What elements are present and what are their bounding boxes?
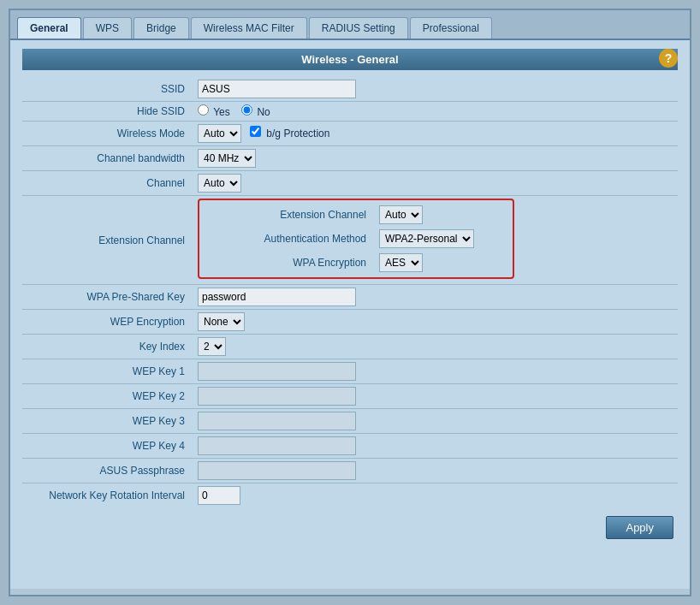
wep-key2-label: WEP Key 2: [22, 384, 193, 409]
wep-encryption-select[interactable]: None: [198, 312, 245, 331]
wep-key2-input[interactable]: [198, 387, 356, 406]
ssid-label: SSID: [22, 77, 193, 102]
hide-ssid-no-radio[interactable]: [241, 104, 252, 116]
network-key-rotation-label: Network Key Rotation Interval: [22, 483, 193, 508]
wireless-mode-select[interactable]: Auto: [198, 124, 241, 143]
extension-channel-row: Extension Channel Extension Channel Auto: [22, 196, 678, 285]
wep-encryption-label: WEP Encryption: [22, 310, 193, 335]
key-index-label: Key Index: [22, 335, 193, 359]
wpa-psk-input[interactable]: [198, 288, 356, 306]
key-index-row: Key Index 2: [22, 335, 678, 359]
hide-ssid-radio-group: Yes No: [198, 106, 279, 118]
wireless-mode-row: Wireless Mode Auto b/g Protection: [22, 122, 678, 146]
tab-general[interactable]: General: [17, 17, 81, 39]
bg-protection-label: b/g Protection: [266, 128, 329, 139]
tab-radius-setting[interactable]: RADIUS Setting: [309, 17, 408, 39]
hide-ssid-row: Hide SSID Yes No: [22, 102, 678, 122]
apply-button[interactable]: Apply: [606, 516, 673, 539]
bg-protection-checkbox[interactable]: [250, 126, 261, 137]
hide-ssid-yes-label[interactable]: Yes: [198, 106, 233, 118]
channel-row: Channel Auto: [22, 171, 678, 196]
wep-key2-row: WEP Key 2: [22, 384, 678, 409]
key-index-select[interactable]: 2: [198, 337, 226, 356]
outer-frame: General WPS Bridge Wireless MAC Filter R…: [9, 9, 691, 596]
hide-ssid-yes-radio[interactable]: [198, 104, 209, 116]
channel-bw-label: Channel bandwidth: [22, 146, 193, 171]
content-area: Wireless - General ? SSID Hide SSID Yes: [10, 40, 690, 589]
auth-method-inner-label: Authentication Method: [204, 227, 375, 251]
section-header: Wireless - General: [22, 49, 678, 70]
tab-professional[interactable]: Professional: [410, 17, 492, 39]
highlight-box: Extension Channel Auto Authentication Me…: [198, 199, 514, 279]
help-icon[interactable]: ?: [659, 49, 678, 68]
channel-bw-select[interactable]: 40 MHz: [198, 149, 256, 168]
wep-key4-label: WEP Key 4: [22, 434, 193, 459]
wpa-psk-label: WPA Pre-Shared Key: [22, 285, 193, 310]
hide-ssid-no-label[interactable]: No: [241, 106, 270, 118]
hide-ssid-label: Hide SSID: [22, 102, 193, 122]
channel-select[interactable]: Auto: [198, 174, 241, 193]
wep-key3-label: WEP Key 3: [22, 409, 193, 434]
tab-wps[interactable]: WPS: [83, 17, 132, 39]
apply-btn-row: Apply: [22, 516, 678, 543]
asus-passphrase-row: ASUS Passphrase: [22, 459, 678, 483]
wep-key4-row: WEP Key 4: [22, 434, 678, 459]
auth-method-select[interactable]: WPA2-Personal: [379, 229, 474, 248]
form-table: SSID Hide SSID Yes No: [22, 77, 678, 507]
tab-bridge[interactable]: Bridge: [133, 17, 189, 39]
ext-channel-inner-label: Extension Channel: [204, 203, 375, 227]
wep-key1-label: WEP Key 1: [22, 359, 193, 384]
asus-passphrase-label: ASUS Passphrase: [22, 459, 193, 483]
wpa-encryption-select[interactable]: AES: [379, 253, 423, 272]
channel-label: Channel: [22, 171, 193, 196]
wireless-mode-label: Wireless Mode: [22, 122, 193, 146]
ssid-row: SSID: [22, 77, 678, 102]
wep-key3-input[interactable]: [198, 412, 356, 430]
extension-channel-select[interactable]: Auto: [379, 205, 423, 224]
wep-key3-row: WEP Key 3: [22, 409, 678, 434]
channel-bw-row: Channel bandwidth 40 MHz: [22, 146, 678, 171]
tab-wireless-mac-filter[interactable]: Wireless MAC Filter: [191, 17, 307, 39]
wpa-encryption-inner-label: WPA Encryption: [204, 251, 375, 275]
network-key-rotation-row: Network Key Rotation Interval: [22, 483, 678, 508]
wep-key4-input[interactable]: [198, 436, 356, 455]
ssid-input[interactable]: [198, 80, 356, 98]
wep-key1-input[interactable]: [198, 362, 356, 381]
network-key-rotation-input[interactable]: [198, 486, 240, 505]
wep-encryption-row: WEP Encryption None: [22, 310, 678, 335]
tab-bar: General WPS Bridge Wireless MAC Filter R…: [10, 10, 690, 40]
asus-passphrase-input[interactable]: [198, 461, 356, 480]
wep-key1-row: WEP Key 1: [22, 359, 678, 384]
extension-channel-label: Extension Channel: [22, 196, 193, 285]
wpa-psk-row: WPA Pre-Shared Key: [22, 285, 678, 310]
